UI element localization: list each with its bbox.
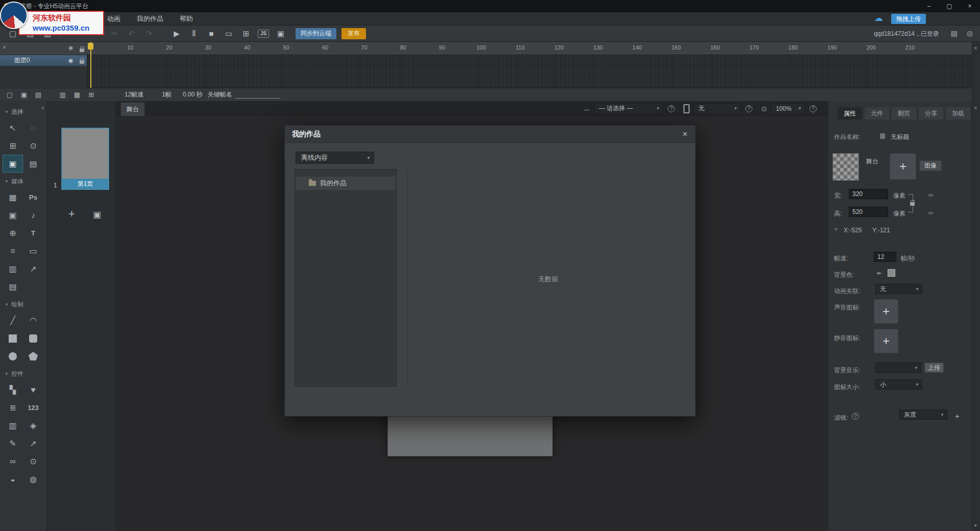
tool-section-header-1[interactable]: ▼媒体 xyxy=(0,173,46,188)
print-widget-tool[interactable]: ≣ xyxy=(3,399,23,417)
dialog-header[interactable]: 我的作品 × xyxy=(285,126,695,143)
paint-bucket-icon[interactable]: ✒ xyxy=(876,270,882,277)
lasso-tool[interactable]: ◌ xyxy=(23,119,43,137)
web-embed-tool[interactable]: ⊕ xyxy=(3,224,23,242)
maximize-button[interactable]: ▢ xyxy=(939,0,960,12)
drag-upload-button[interactable]: 拖拽上传 xyxy=(891,14,926,24)
publish-button[interactable]: 发布 xyxy=(341,28,366,39)
phone-preview-icon[interactable] xyxy=(683,104,690,113)
panel-tab-3[interactable]: 分享 xyxy=(919,107,943,119)
frames-grid[interactable] xyxy=(87,54,972,88)
device-preview-icon[interactable]: ▣ xyxy=(275,28,286,39)
pause-icon[interactable]: Ⅱ xyxy=(188,28,200,39)
keyframe-icon[interactable]: ▦ xyxy=(72,90,82,100)
select-arrow-tool[interactable]: ↖ xyxy=(3,119,23,137)
image-button[interactable]: 图像 xyxy=(919,160,942,171)
page-thumbnail[interactable]: 第1页 xyxy=(61,128,109,190)
panel-tab-2[interactable]: 翻页 xyxy=(892,107,916,119)
like-widget-tool[interactable]: ♥ xyxy=(23,381,43,399)
layer-lock-icon[interactable] xyxy=(80,58,84,65)
gallery-widget-tool[interactable]: ◍ xyxy=(23,470,43,488)
height-input[interactable] xyxy=(849,207,888,217)
icon-size-dropdown[interactable]: 小 ▼ xyxy=(875,379,922,390)
panel-collapse-icon[interactable]: × xyxy=(974,105,977,111)
timeline-collapse-icon[interactable]: × xyxy=(974,45,977,51)
link-dropdown[interactable]: 无 ▼ xyxy=(694,103,741,114)
ellipse-tool[interactable] xyxy=(3,347,23,365)
new-frame-icon[interactable]: ▢ xyxy=(5,90,14,100)
panel-tab-1[interactable]: 元件 xyxy=(865,107,889,119)
mute-icon-add-button[interactable]: + xyxy=(874,329,898,353)
anim-link-dropdown[interactable]: 无 ▼ xyxy=(875,284,922,294)
tree-item-my-works[interactable]: 我的作品 xyxy=(296,177,396,190)
fit-width-icon[interactable]: ↔ xyxy=(583,105,590,113)
stop-icon[interactable]: ■ xyxy=(206,28,217,39)
help-icon[interactable]: ? xyxy=(668,105,675,112)
bg-music-dropdown[interactable]: ▼ xyxy=(875,363,921,373)
chart-tool[interactable]: ▥ xyxy=(3,260,23,278)
curve-tool[interactable]: ◠ xyxy=(23,311,43,329)
upload-music-button[interactable]: 上传 xyxy=(924,363,944,373)
delete-frame-icon[interactable]: ▤ xyxy=(34,90,43,100)
widget-group-tool[interactable]: ▚ xyxy=(3,381,23,399)
preview-monitor-icon[interactable]: ▭ xyxy=(223,28,234,39)
filter-dropdown[interactable]: 灰度 ▼ xyxy=(899,409,947,420)
timeline-close-icon[interactable]: × xyxy=(3,44,6,51)
expand-position-icon[interactable]: + xyxy=(834,226,838,233)
logout-icon[interactable]: ◎ xyxy=(967,29,973,37)
new-file-icon[interactable]: ▢ xyxy=(7,28,18,39)
photoshop-tool[interactable]: Ps xyxy=(23,188,43,206)
aspect-lock-icon[interactable] xyxy=(910,200,915,207)
tool-section-header-3[interactable]: ▼控件 xyxy=(0,365,46,381)
add-page-button[interactable]: + xyxy=(68,208,75,220)
fps-input[interactable] xyxy=(874,252,896,262)
zoom-dropdown[interactable]: 100% ▼ xyxy=(771,103,805,114)
stage-bg-preview[interactable] xyxy=(832,153,859,181)
qrcode-icon[interactable]: ⊞ xyxy=(240,28,252,39)
dialog-close-icon[interactable]: × xyxy=(680,129,690,139)
page-label[interactable]: 第1页 xyxy=(62,179,108,189)
counter-widget-tool[interactable]: 123 xyxy=(23,399,43,417)
timer-widget-tool[interactable]: ⊙ xyxy=(23,452,43,470)
timeline-ruler[interactable]: × ◉ 102030405060708090100110120130140150… xyxy=(0,42,972,54)
help-icon[interactable]: ? xyxy=(745,105,752,112)
scroll-down-icon[interactable]: ▾ xyxy=(974,523,977,528)
sound-icon-add-button[interactable]: + xyxy=(874,299,898,324)
link-icon[interactable]: ∞ xyxy=(928,191,933,199)
help-icon[interactable]: ? xyxy=(852,413,859,420)
work-name-value[interactable]: 无标题 xyxy=(891,133,909,141)
play-icon[interactable]: ▶ xyxy=(171,28,182,39)
width-input[interactable] xyxy=(849,189,888,199)
line-chart-tool[interactable]: ↗ xyxy=(23,260,43,278)
element-select-dropdown[interactable]: — 请选择 — ▼ xyxy=(594,103,663,114)
image-tool[interactable]: ▣ xyxy=(3,155,23,173)
link-icon[interactable]: ∞ xyxy=(928,209,933,216)
manual-icon[interactable]: ▤ xyxy=(951,29,958,37)
menu-item-2[interactable]: 我的作品 xyxy=(129,12,172,26)
line-tool[interactable]: ╱ xyxy=(3,311,23,329)
tools-close-icon[interactable]: × xyxy=(41,105,44,111)
frame-tool[interactable]: ▭ xyxy=(23,242,43,260)
text-tool[interactable]: T xyxy=(23,224,43,242)
close-button[interactable]: × xyxy=(960,0,980,12)
pen-widget-tool[interactable]: ✎ xyxy=(3,435,23,452)
chart-widget-tool[interactable]: ▥ xyxy=(3,417,23,435)
arrow-widget-tool[interactable]: ↗ xyxy=(23,435,43,452)
audio-tool[interactable]: ♪ xyxy=(23,206,43,224)
add-cover-button[interactable]: + xyxy=(890,153,916,180)
magnifier-icon[interactable]: ⊙ xyxy=(761,105,767,113)
minimize-button[interactable]: – xyxy=(919,0,939,12)
progress-widget-tool[interactable]: ◒ xyxy=(3,470,23,488)
rect-tool[interactable] xyxy=(3,329,23,347)
add-filter-icon[interactable]: + xyxy=(955,412,960,420)
rounded-rect-tool[interactable] xyxy=(23,329,43,347)
panel-tab-0[interactable]: 属性 xyxy=(838,107,862,119)
tool-section-header-0[interactable]: ▼选择 xyxy=(0,103,46,119)
layer-row[interactable]: 图层0 ◉ xyxy=(0,55,87,66)
bg-color-swatch[interactable] xyxy=(888,269,895,277)
zoom-tool[interactable]: ⊙ xyxy=(23,137,43,155)
stage-tab[interactable]: 舞台 xyxy=(120,102,145,116)
insert-frame-icon[interactable]: ▥ xyxy=(58,90,67,100)
tag-widget-tool[interactable]: ◈ xyxy=(23,417,43,435)
js-icon[interactable]: JS xyxy=(258,30,269,38)
